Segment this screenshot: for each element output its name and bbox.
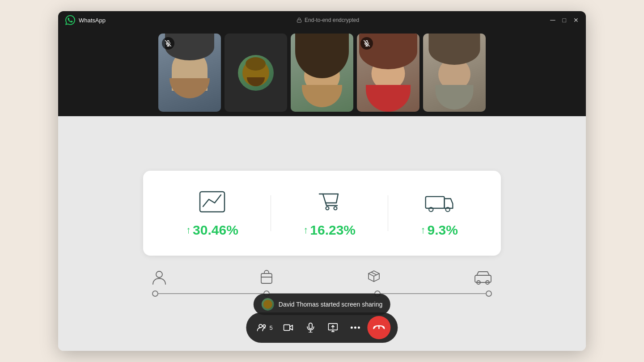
timeline-bag-icon [259,269,274,285]
svg-point-13 [156,271,162,278]
app-window: WhatsApp End-to-end endcrypted ─ □ ✕ [58,11,586,351]
svg-point-8 [326,207,329,210]
microphone-button[interactable] [301,317,321,338]
timeline-icons [143,269,501,285]
delivery-icon [424,189,455,215]
microphone-icon [307,323,315,333]
participants-bar [58,29,586,116]
more-options-button[interactable] [345,317,366,338]
svg-rect-14 [261,274,272,283]
screen-share-icon [328,323,338,332]
timeline-car-icon [474,269,492,285]
camera-icon [284,324,293,332]
participant-thumb[interactable] [357,34,419,112]
participants-count: 5 [269,324,272,331]
participants-button[interactable]: 5 [253,317,276,338]
timeline-section [143,269,501,297]
divider [271,195,271,231]
timeline-dot [152,290,158,297]
stats-card: ↑ 30.46% ↑ 16.23% [143,171,501,256]
timeline-line [381,293,486,294]
participant-thumb-david[interactable] [225,34,287,112]
lock-icon [297,17,302,23]
stat-item-cart: ↑ 16.23% [303,189,356,238]
screen-share-button[interactable] [323,317,343,338]
participant-thumb[interactable] [158,34,221,112]
timeline-dot [486,290,492,297]
encryption-indicator: End-to-end endcrypted [106,17,550,23]
end-call-button[interactable] [368,316,391,339]
camera-button[interactable] [278,317,299,338]
participants-icon [257,324,267,332]
toast-avatar [262,298,274,311]
participant-thumb[interactable] [423,34,486,112]
window-controls[interactable]: ─ □ ✕ [550,16,579,24]
whatsapp-logo-icon [65,15,75,25]
end-call-icon [373,325,385,330]
maximize-button[interactable]: □ [563,17,566,24]
titlebar-left: WhatsApp [65,15,106,25]
revenue-value: ↑ 30.46% [186,223,238,238]
screen-share-notification: David Thomas started screen sharing [254,294,390,315]
stat-item-revenue: ↑ 30.46% [186,189,238,238]
screen-share-content: ↑ 30.46% ↑ 16.23% [58,116,586,351]
call-controls: 5 [246,312,398,343]
more-icon [351,326,360,329]
revenue-icon [196,189,228,215]
minimize-button[interactable]: ─ [550,16,555,24]
timeline-user-icon [152,269,166,285]
cart-value: ↑ 16.23% [303,223,356,238]
svg-rect-20 [284,325,290,331]
participant-thumb[interactable] [291,34,353,112]
divider [388,195,388,231]
titlebar: WhatsApp End-to-end endcrypted ─ □ ✕ [58,11,586,29]
timeline-line [158,293,263,294]
app-title: WhatsApp [79,17,106,24]
timeline-box-icon [367,269,381,285]
delivery-value: ↑ 9.3% [420,223,458,238]
svg-rect-10 [426,197,445,208]
svg-point-26 [354,327,356,329]
mic-muted-badge [360,37,373,50]
stat-item-delivery: ↑ 9.3% [420,189,458,238]
mic-muted-badge [162,37,174,50]
svg-point-19 [263,325,265,327]
svg-point-27 [358,327,360,329]
close-button[interactable]: ✕ [573,17,579,24]
svg-point-25 [351,327,353,329]
svg-rect-0 [297,20,301,23]
notification-text: David Thomas started screen sharing [279,301,382,308]
svg-rect-21 [309,323,312,329]
svg-point-9 [334,207,337,210]
cart-icon [314,189,345,215]
svg-point-18 [259,324,262,328]
encryption-text: End-to-end endcrypted [305,17,359,23]
